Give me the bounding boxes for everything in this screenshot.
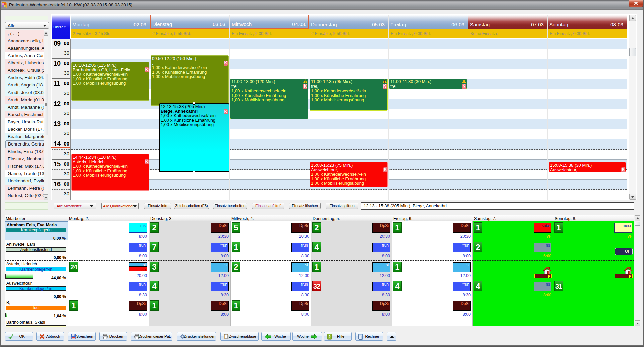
svg-text:?: ? xyxy=(328,335,331,339)
